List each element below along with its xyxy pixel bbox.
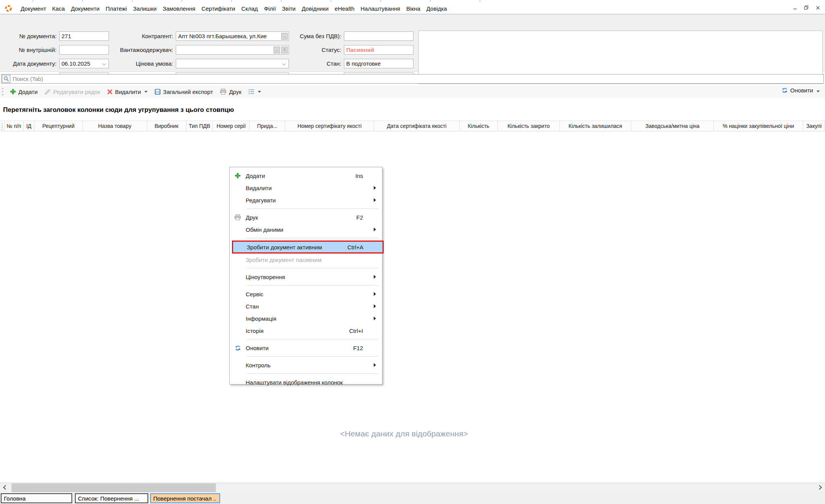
ellipsis-button[interactable]: ... [274, 47, 280, 53]
column-header[interactable]: Закупі [803, 121, 825, 131]
column-header[interactable]: Прида... [250, 121, 285, 131]
column-header[interactable]: Назва товару [83, 121, 147, 131]
toolbar-button[interactable]: Редагувати рядок [42, 87, 103, 97]
context-menu: ДодатиInsВидалитиРедагуватиДрукF2Обмін д… [229, 167, 383, 384]
app-window: ДокументКасаДокументиПлатежіЗалишкиЗамов… [0, 0, 825, 504]
menubar-item[interactable]: eHealth [332, 4, 358, 13]
menubar-items: ДокументКасаДокументиПлатежіЗалишкиЗамов… [18, 4, 450, 13]
context-menu-item[interactable]: Зробити документ пасивним [230, 254, 382, 266]
scroll-right-icon[interactable] [817, 485, 822, 490]
menubar-item[interactable]: Каса [49, 4, 68, 13]
column-header[interactable]: Виробник [147, 121, 186, 131]
doc-number-field[interactable]: 271 [59, 31, 109, 41]
close-icon[interactable] [814, 4, 822, 11]
menubar-item[interactable]: Філії [261, 4, 279, 13]
app-logo-icon [5, 5, 12, 12]
toolbar-button[interactable]: Видалити [104, 87, 150, 97]
menubar-item[interactable]: Замовлення [160, 4, 198, 13]
status-field: Пасивний [344, 45, 413, 55]
toolbar-grip[interactable] [2, 88, 3, 95]
toolbar-view-button[interactable] [246, 87, 264, 96]
context-menu-item[interactable]: ІсторіяCtrl+I [230, 325, 382, 337]
column-header[interactable]: Заводська/митна ціна [631, 121, 714, 131]
chevron-down-icon[interactable] [102, 62, 106, 66]
printer-icon [220, 89, 227, 95]
consignee-field[interactable]: ...X [176, 45, 289, 55]
contractor-value: Апт №003 пгт.Барышевка, ул.Кие [178, 33, 267, 39]
column-header[interactable]: % націнки закупівельної ціни [714, 121, 803, 131]
menubar-item[interactable]: Документ [18, 4, 49, 13]
menubar-item[interactable]: Склад [238, 4, 261, 13]
menubar-item[interactable]: Вікна [403, 4, 423, 13]
contractor-label: Контрагент: [109, 31, 173, 41]
header-grip-icon[interactable] [0, 121, 5, 131]
context-menu-item[interactable]: Стан [230, 300, 382, 312]
context-menu-item[interactable]: Видалити [230, 182, 382, 194]
price-condition-combobox[interactable] [176, 59, 289, 68]
chevron-down-icon [144, 91, 147, 93]
internal-number-field[interactable] [59, 45, 109, 55]
context-menu-item[interactable]: Сервіс [230, 288, 382, 300]
menubar-item[interactable]: Залишки [130, 4, 160, 13]
search-icon[interactable] [2, 75, 10, 83]
menu-separator [247, 356, 378, 357]
refresh-button[interactable]: Оновити [781, 87, 820, 94]
scrollbar-thumb[interactable] [11, 483, 216, 492]
context-menu-item-highlighted[interactable]: Зробити документ активнимCtrl+A [232, 241, 384, 254]
column-header[interactable]: Дата сертифіката якості [374, 121, 460, 131]
bottom-tab[interactable]: Повернення постачал .. [150, 493, 220, 503]
column-header[interactable]: Кількість закрито [498, 121, 560, 131]
column-header[interactable]: Кількість [460, 121, 498, 131]
search-placeholder: Поиск (Tab) [13, 76, 43, 82]
table-content-area[interactable]: <Немає даних для відображення> [0, 131, 825, 482]
search-input[interactable]: Поиск (Tab) [1, 74, 824, 84]
doc-number-label: № документа: [2, 31, 57, 41]
context-menu-item[interactable]: Інформація [230, 312, 382, 325]
column-header[interactable]: Кількість залишилася [560, 121, 632, 131]
menubar-item[interactable]: Платежі [102, 4, 130, 13]
horizontal-scrollbar[interactable] [0, 483, 825, 492]
context-menu-item[interactable]: Редагувати [230, 194, 382, 206]
scroll-left-icon[interactable] [3, 485, 8, 490]
menu-item-shortcut: Ctrl+A [347, 244, 363, 250]
chevron-down-icon [258, 91, 261, 93]
context-menu-item[interactable]: Налаштувати відображення колонок [230, 376, 382, 388]
context-menu-item[interactable]: ДрукF2 [230, 211, 382, 223]
column-header[interactable]: ІД [24, 121, 34, 131]
toolbar-button[interactable]: Додати [7, 87, 40, 97]
sum-no-vat-field[interactable] [344, 31, 413, 41]
column-header[interactable]: Номер серії [213, 121, 250, 131]
menu-item-shortcut: Ctrl+I [349, 328, 363, 334]
context-menu-item[interactable]: Ціноутворення [230, 271, 382, 283]
submenu-arrow-icon [374, 198, 376, 202]
column-header[interactable]: № п/п [5, 121, 24, 131]
table-header-row: № п/пІДРецептурнийНазва товаруВиробникТи… [0, 121, 825, 131]
menubar-item[interactable]: Сертифікати [198, 4, 238, 13]
toolbar-button[interactable]: Загальний експорт [152, 87, 216, 97]
menu-separator [247, 238, 378, 238]
minimize-icon[interactable] [791, 4, 799, 11]
column-header[interactable]: Номер сертифікату якості [285, 121, 374, 131]
context-menu-item[interactable]: ДодатиIns [230, 170, 382, 182]
restore-icon[interactable] [802, 4, 810, 11]
context-menu-item[interactable]: Обмін даними [230, 223, 382, 236]
contractor-field[interactable]: Апт №003 пгт.Барышевка, ул.Кие... [176, 31, 289, 41]
menu-separator [247, 285, 378, 286]
state-label: Стан: [283, 59, 341, 68]
menubar-item[interactable]: Звіти [279, 4, 299, 13]
menubar-item[interactable]: Налаштування [358, 4, 404, 13]
column-header[interactable]: Тип ПДВ [186, 121, 213, 131]
context-menu-item[interactable]: ОновитиF12 [230, 342, 382, 354]
toolbar-button[interactable]: Друк [217, 87, 244, 97]
toolbar-button-label: Видалити [115, 89, 141, 95]
menubar-item[interactable]: Довідка [423, 4, 450, 13]
bottom-tab[interactable]: Список: Повернення ... [75, 493, 148, 503]
context-menu-item[interactable]: Контроль [230, 359, 382, 371]
column-header[interactable]: Рецептурний [34, 121, 83, 131]
menubar-item[interactable]: Документи [68, 4, 102, 13]
toolbar-button-label: Друк [229, 89, 241, 95]
doc-date-field[interactable]: 06.10.2025 [59, 59, 109, 68]
menubar-item[interactable]: Довідники [299, 4, 332, 13]
bottom-tab[interactable]: Головна [1, 493, 72, 503]
groupby-band[interactable]: Перетягніть заголовок колонки сюди для у… [0, 99, 825, 121]
